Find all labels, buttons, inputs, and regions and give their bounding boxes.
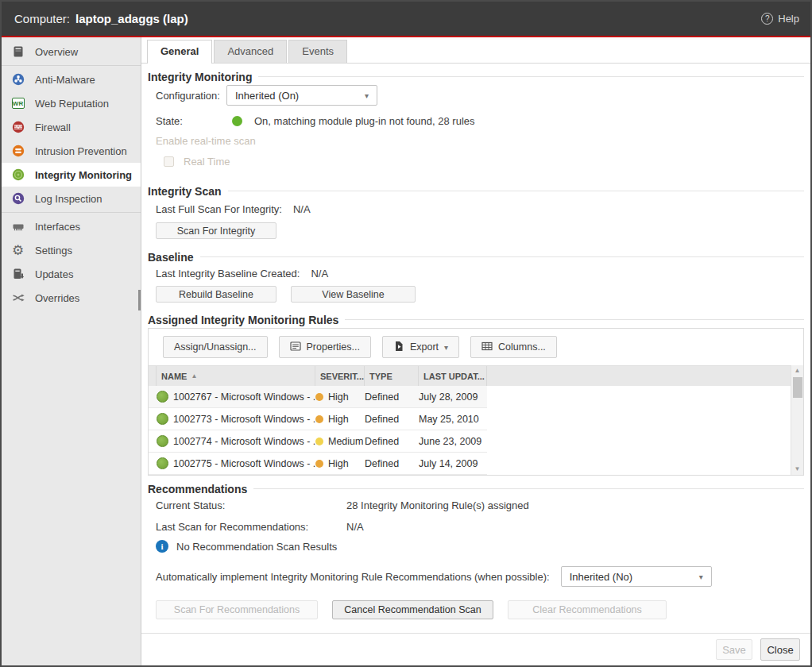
computer-name: laptop_adaggs (lap) [75, 12, 188, 25]
no-scan-results-text: No Recommendation Scan Results [176, 541, 337, 553]
help-icon: ? [761, 13, 773, 25]
general-tab-content: Integrity Monitoring Configuration: Inhe… [141, 64, 810, 633]
clear-recommendations-button[interactable]: Clear Recommendations [508, 600, 667, 619]
assign-unassign-button[interactable]: Assign/Unassign... [163, 336, 268, 358]
sidebar-item-settings[interactable]: ⚙ Settings [2, 238, 141, 262]
web-reputation-icon: WR [11, 97, 25, 110]
severity-dot [315, 460, 323, 468]
last-baseline-label: Last Integrity Baseline Created: [156, 268, 300, 280]
severity-dot [315, 415, 323, 423]
sidebar-scrollbar-thumb[interactable] [138, 290, 141, 310]
sidebar-item-firewall[interactable]: Firewall [2, 115, 141, 139]
cancel-recommendation-scan-button[interactable]: Cancel Recommendation Scan [332, 600, 493, 619]
realtime-checkbox[interactable] [164, 156, 174, 167]
anti-malware-icon [11, 73, 25, 87]
column-header-name[interactable]: NAME ▲ [157, 366, 315, 386]
sidebar-item-label: Anti-Malware [35, 74, 95, 86]
column-header-label: NAME [161, 372, 187, 381]
rule-last-updated: July 28, 2009 [419, 391, 490, 403]
updates-icon [11, 268, 25, 281]
rebuild-baseline-button[interactable]: Rebuild Baseline [156, 286, 276, 303]
tab-advanced[interactable]: Advanced [214, 40, 287, 63]
sidebar-item-label: Integrity Monitoring [35, 169, 132, 181]
rules-section-header: Assigned Integrity Monitoring Rules [148, 313, 804, 326]
help-button[interactable]: ? Help [761, 13, 799, 25]
help-label: Help [778, 13, 799, 25]
rule-type: Defined [365, 414, 419, 425]
state-label: State: [156, 115, 232, 127]
scrollbar-thumb[interactable] [793, 377, 802, 398]
scroll-down-icon[interactable]: ▼ [795, 466, 801, 472]
sidebar-item-integrity-monitoring[interactable]: Integrity Monitoring [2, 163, 141, 187]
integrity-rule-icon [157, 391, 168, 403]
section-rule [228, 191, 804, 191]
export-button[interactable]: Export ▾ [382, 336, 459, 358]
sidebar-item-log-inspection[interactable]: Log Inspection [2, 187, 141, 210]
auto-implement-dropdown[interactable]: Inherited (No) ▾ [561, 566, 712, 587]
auto-implement-row: Automatically implement Integrity Monito… [148, 566, 804, 587]
current-status-value: 28 Integrity Monitoring Rule(s) assigned [346, 499, 529, 511]
scan-for-recommendations-button[interactable]: Scan For Recommendations [156, 600, 318, 619]
sidebar-item-label: Interfaces [35, 221, 80, 233]
assign-unassign-label: Assign/Unassign... [174, 341, 257, 353]
recommendation-buttons-row: Scan For Recommendations Cancel Recommen… [148, 600, 804, 619]
sidebar-item-label: Intrusion Prevention [35, 145, 127, 157]
integrity-monitoring-icon [11, 168, 25, 182]
columns-label: Columns... [498, 341, 546, 353]
table-row[interactable]: 1002774 - Microsoft Windows - ... Medium… [149, 430, 487, 453]
section-rule [253, 488, 804, 489]
sidebar-item-label: Overview [35, 46, 78, 58]
last-baseline-value: N/A [311, 268, 328, 280]
no-scan-results-row: i No Recommendation Scan Results [148, 540, 804, 553]
column-header-severity[interactable]: SEVERIT... [315, 366, 365, 386]
rule-type: Defined [365, 391, 419, 403]
table-scrollbar[interactable]: ▲ ▼ [791, 365, 803, 475]
last-recommendation-scan-row: Last Scan for Recommendations: N/A [148, 521, 804, 533]
sidebar-item-overview[interactable]: Overview [2, 40, 141, 64]
auto-implement-label: Automatically implement Integrity Monito… [156, 571, 550, 583]
scroll-up-icon[interactable]: ▲ [795, 368, 801, 374]
section-rule [200, 256, 804, 257]
sidebar-divider [2, 212, 141, 213]
tab-events[interactable]: Events [288, 40, 347, 63]
sidebar-item-anti-malware[interactable]: Anti-Malware [2, 67, 141, 91]
column-header-last-updated[interactable]: LAST UPDAT... [419, 366, 487, 386]
properties-label: Properties... [307, 341, 360, 353]
realtime-checkbox-row: Real Time [148, 156, 804, 168]
integrity-monitoring-section-header: Integrity Monitoring [148, 70, 804, 83]
table-row[interactable]: 1002773 - Microsoft Windows - ... High D… [149, 408, 487, 430]
sidebar-item-interfaces[interactable]: Interfaces [2, 214, 141, 238]
column-header-type[interactable]: TYPE [365, 366, 419, 386]
configuration-dropdown[interactable]: Inherited (On) ▾ [226, 85, 377, 106]
section-title: Integrity Scan [148, 185, 222, 198]
scan-for-integrity-button[interactable]: Scan For Integrity [156, 222, 276, 239]
rule-name: 1002775 - Microsoft Windows - ... [173, 458, 315, 469]
save-button[interactable]: Save [716, 639, 752, 660]
table-row[interactable]: 1002767 - Microsoft Windows - ... High D… [149, 386, 487, 408]
chevron-down-icon: ▾ [444, 343, 448, 352]
baseline-section-header: Baseline [148, 250, 804, 264]
close-button[interactable]: Close [760, 638, 800, 661]
export-label: Export [410, 341, 439, 353]
sidebar-item-intrusion-prevention[interactable]: Intrusion Prevention [2, 139, 141, 163]
tab-general[interactable]: General [147, 40, 212, 64]
rules-table-body: 1002767 - Microsoft Windows - ... High D… [149, 386, 803, 475]
view-baseline-button[interactable]: View Baseline [291, 286, 416, 303]
columns-button[interactable]: Columns... [470, 336, 557, 358]
interfaces-icon [11, 220, 25, 233]
section-rule [345, 319, 804, 320]
table-row[interactable]: 1002775 - Microsoft Windows - ... High D… [149, 453, 487, 475]
rules-toolbar: Assign/Unassign... Properties... Export … [149, 329, 803, 365]
properties-button[interactable]: Properties... [279, 336, 371, 358]
sidebar-item-overrides[interactable]: Overrides [2, 286, 141, 310]
integrity-scan-section-header: Integrity Scan [148, 184, 804, 198]
sidebar-item-label: Overrides [35, 292, 79, 304]
last-baseline-row: Last Integrity Baseline Created: N/A [148, 268, 804, 280]
header-gutter [149, 366, 157, 386]
column-header-filler [487, 366, 791, 386]
sidebar-item-updates[interactable]: Updates [2, 262, 141, 286]
sidebar-divider [2, 65, 141, 66]
configuration-row: Configuration: Inherited (On) ▾ [148, 85, 804, 106]
rule-last-updated: June 23, 2009 [419, 436, 490, 447]
sidebar-item-web-reputation[interactable]: WR Web Reputation [2, 91, 141, 115]
